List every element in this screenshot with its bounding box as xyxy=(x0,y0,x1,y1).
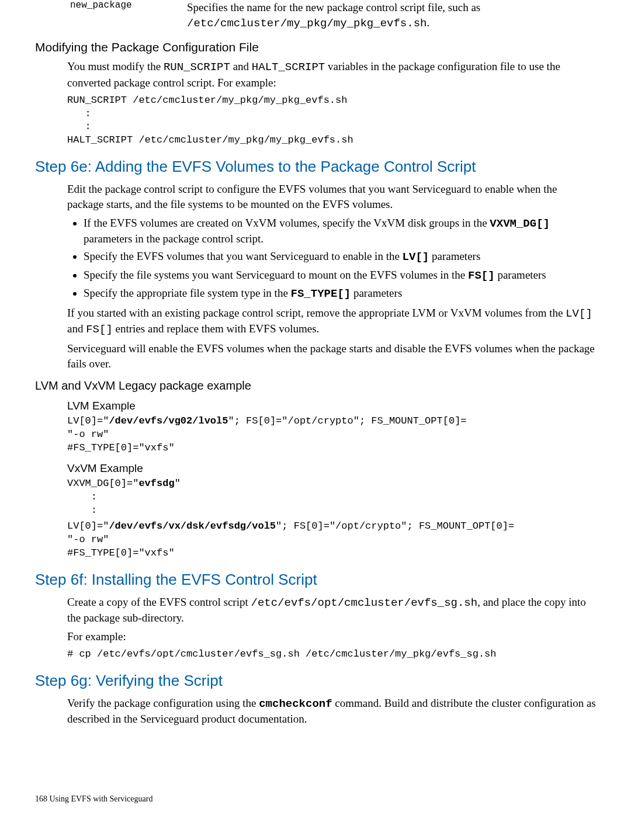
definition-description: Specifies the name for the new package c… xyxy=(187,0,596,31)
code-bold: cmcheckconf xyxy=(259,697,332,710)
text: and xyxy=(230,60,252,72)
text: # xyxy=(67,648,79,659)
code-path: /etc/cmcluster/my_pkg/my_pkg_evfs.sh xyxy=(187,17,427,30)
text: parameters xyxy=(495,269,546,281)
text: entries and replace them with EVFS volum… xyxy=(113,322,320,335)
paragraph: For example: xyxy=(67,629,596,644)
text: Verify the package configuration using t… xyxy=(67,697,259,709)
code-inline: /etc/evfs/opt/cmcluster/evfs_sg.sh xyxy=(251,596,477,609)
code-block: LV[0]="/dev/evfs/vg02/lvol5"; FS[0]="/op… xyxy=(67,415,596,455)
code-bold: FS_TYPE[] xyxy=(291,287,351,300)
text: Create a copy of the EVFS control script xyxy=(67,596,251,608)
text: If you started with an existing package … xyxy=(67,307,566,319)
text: You must modify the xyxy=(67,60,164,72)
heading-vxvm-example: VxVM Example xyxy=(67,462,596,475)
code-block: LV[0]="/dev/evfs/vx/dsk/evfsdg/vol5"; FS… xyxy=(67,520,596,560)
list-item: Specify the file systems you want Servic… xyxy=(84,268,596,284)
text: Specify the EVFS volumes that you want S… xyxy=(84,250,403,262)
definition-term: new_package xyxy=(70,0,187,31)
text: . xyxy=(427,16,429,29)
text: cp /etc/evfs/opt/cmcluster/evfs_sg.sh /e… xyxy=(79,648,496,659)
code-bold: LV[] xyxy=(403,251,429,263)
text: parameters in the package control script… xyxy=(84,232,264,245)
paragraph: Create a copy of the EVFS control script… xyxy=(67,595,596,626)
list-item: If the EVFS volumes are created on VxVM … xyxy=(84,216,596,247)
code-inline: FS[] xyxy=(86,323,113,336)
text: LV[0]=" xyxy=(67,520,109,532)
page: new_package Specifies the name for the n… xyxy=(0,0,631,759)
code-block: RUN_SCRIPT /etc/cmcluster/my_pkg/my_pkg_… xyxy=(67,94,596,148)
heading-step-6f: Step 6f: Installing the EVFS Control Scr… xyxy=(35,571,596,589)
text: parameters xyxy=(351,287,402,299)
text: Specify the appropriate file system type… xyxy=(84,287,291,299)
code-bold: evfsdg xyxy=(138,478,174,489)
code-bold: VXVM_DG[] xyxy=(490,217,550,230)
heading-lvm-example: LVM Example xyxy=(67,400,596,412)
code-bold: /dev/evfs/vx/dsk/evfsdg/vol5 xyxy=(109,520,276,532)
heading-step-6e: Step 6e: Adding the EVFS Volumes to the … xyxy=(35,158,596,176)
text: Specify the file systems you want Servic… xyxy=(84,269,468,281)
code-bold: FS[] xyxy=(468,269,495,282)
paragraph: You must modify the RUN_SCRIPT and HALT_… xyxy=(67,59,596,90)
code-block: VXVM_DG[0]="evfsdg" : : xyxy=(67,477,596,518)
code-bold: /dev/evfs/vg02/lvol5 xyxy=(109,415,228,426)
code-inline: RUN_SCRIPT xyxy=(164,61,230,74)
list-item: Specify the EVFS volumes that you want S… xyxy=(84,249,596,265)
text: LV[0]=" xyxy=(67,415,109,426)
paragraph: Serviceguard will enable the EVFS volume… xyxy=(67,341,596,371)
code-inline: HALT_SCRIPT xyxy=(252,61,325,74)
paragraph: Verify the package configuration using t… xyxy=(67,696,596,727)
paragraph: Edit the package control script to confi… xyxy=(67,182,596,211)
list-item: Specify the appropriate file system type… xyxy=(84,286,596,302)
text: and xyxy=(67,322,86,335)
text: Specifies the name for the new package c… xyxy=(187,1,480,13)
code-block: # cp /etc/evfs/opt/cmcluster/evfs_sg.sh … xyxy=(67,648,596,661)
paragraph: If you started with an existing package … xyxy=(67,306,596,338)
text: VXVM_DG[0]=" xyxy=(67,478,138,489)
definition-row: new_package Specifies the name for the n… xyxy=(70,0,596,31)
heading-step-6g: Step 6g: Verifying the Script xyxy=(35,672,596,690)
heading-legacy-example: LVM and VxVM Legacy package example xyxy=(35,379,596,393)
code-inline: LV[] xyxy=(566,307,592,320)
text: parameters xyxy=(429,250,480,262)
text: If the EVFS volumes are created on VxVM … xyxy=(84,217,490,229)
bullet-list: If the EVFS volumes are created on VxVM … xyxy=(67,216,596,302)
page-footer: 168 Using EVFS with Serviceguard xyxy=(0,794,631,804)
heading-modifying-config: Modifying the Package Configuration File xyxy=(35,40,596,54)
